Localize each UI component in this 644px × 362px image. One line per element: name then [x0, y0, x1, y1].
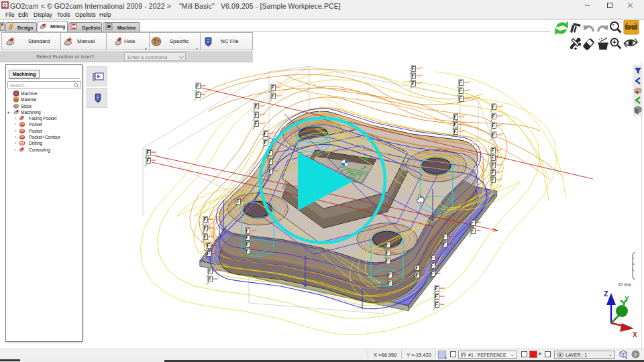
svg-text:X: X: [633, 331, 637, 339]
svg-text:10 mm: 10 mm: [618, 282, 631, 287]
svg-text:Z: Z: [604, 290, 608, 298]
svg-text:?: ?: [634, 352, 637, 358]
svg-text:Y: Y: [625, 296, 629, 303]
svg-text:2: 2: [3, 3, 7, 9]
